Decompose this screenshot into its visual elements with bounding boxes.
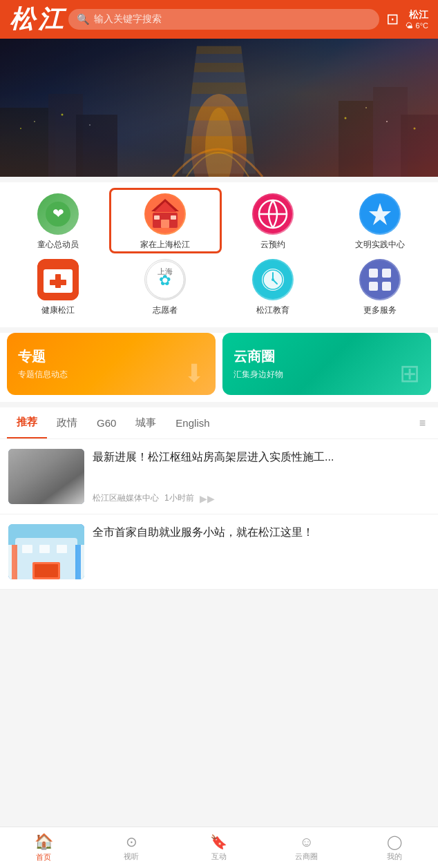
nav-item-media[interactable]: ⊙ 视听	[88, 827, 175, 868]
jia-svg	[144, 193, 186, 235]
news-list: 最新进展！松江枢纽站房高架层进入实质性施工... 松江区融媒体中心 1小时前 ▶…	[0, 439, 438, 590]
svg-rect-51	[8, 490, 84, 492]
banner-svg	[0, 39, 438, 177]
svg-rect-52	[36, 463, 40, 504]
nav-icon-media: ⊙	[126, 833, 137, 850]
feature-card-yunshangquan[interactable]: 云商圈 汇集身边好物 ⊞	[222, 333, 431, 395]
svg-rect-62	[39, 545, 50, 553]
service-label-yunyue: 云预约	[260, 239, 285, 251]
feature-card-yunshangquan-title: 云商圈	[234, 347, 420, 366]
svg-point-42	[361, 260, 399, 299]
feature-card-zhuanti[interactable]: 专题 专题信息动态 ⬇	[7, 333, 216, 395]
news-item-2[interactable]: 全市首家自助就业服务小站，就在松江这里！	[0, 514, 438, 590]
svg-rect-20	[153, 213, 178, 228]
wenming-svg	[359, 193, 401, 235]
service-item-more[interactable]: 更多服务	[330, 259, 432, 316]
svg-rect-34	[50, 280, 66, 285]
svg-rect-48	[8, 476, 84, 504]
service-label-zhiyuan: 志愿者	[153, 305, 178, 316]
service-item-jiaoyu[interactable]: 松江教育	[222, 259, 324, 316]
service-item-wenming[interactable]: 文明实践中心	[330, 193, 432, 251]
tab-g60[interactable]: G60	[87, 409, 126, 437]
news-source-1: 松江区融媒体中心	[93, 492, 159, 504]
nav-item-mine[interactable]: ◯ 我的	[350, 827, 438, 868]
nav-label-commerce: 云商圈	[295, 851, 318, 862]
service-label-wenming: 文明实践中心	[355, 239, 405, 251]
feature-cards-section: 专题 专题信息动态 ⬇ 云商圈 汇集身边好物 ⊞	[0, 333, 438, 402]
news-thumb-2	[8, 524, 84, 579]
service-item-zhiyuan[interactable]: ✿ 上海 志愿者	[115, 259, 217, 316]
svg-rect-63	[57, 545, 67, 553]
tab-chengshi[interactable]: 城事	[126, 408, 166, 438]
svg-rect-24	[154, 215, 160, 220]
search-icon: 🔍	[77, 13, 90, 26]
nav-label-interact: 互动	[211, 851, 227, 862]
svg-rect-8	[401, 115, 438, 177]
search-placeholder-text: 输入关键字搜索	[94, 13, 162, 26]
svg-marker-22	[154, 202, 176, 212]
feature-card-zhuanti-subtitle: 专题信息动态	[18, 369, 204, 380]
svg-rect-50	[8, 483, 84, 488]
service-label-tongxin: 童心总动员	[37, 239, 79, 251]
tab-zhengqing[interactable]: 政情	[47, 408, 87, 438]
svg-rect-61	[22, 545, 32, 553]
service-item-yunyue[interactable]: 云预约	[222, 193, 324, 251]
news-item-1[interactable]: 最新进展！松江枢纽站房高架层进入实质性施工... 松江区融媒体中心 1小时前 ▶…	[0, 439, 438, 514]
nav-icon-interact: 🔖	[210, 833, 227, 850]
feature-card-zhuanti-title: 专题	[18, 347, 204, 366]
svg-point-15	[386, 121, 388, 122]
svg-point-16	[414, 128, 416, 130]
app-logo: 松 江	[10, 3, 61, 37]
svg-point-10	[34, 121, 35, 122]
news-play-icon-1: ▶▶	[200, 493, 215, 504]
nav-icon-commerce: ☺	[300, 834, 314, 850]
services-grid: ❤ 童心总动员	[7, 193, 431, 316]
svg-rect-67	[75, 545, 81, 579]
news-title-1: 最新进展！松江枢纽站房高架层进入实质性施工...	[93, 449, 430, 465]
more-svg	[359, 259, 401, 300]
nav-label-home: 首页	[36, 852, 51, 862]
svg-rect-57	[8, 449, 84, 504]
svg-rect-47	[8, 449, 84, 504]
svg-point-41	[272, 278, 274, 281]
service-item-jiankang[interactable]: 健康松江	[7, 259, 109, 316]
news-thumb-1	[8, 449, 84, 504]
city-name: 松江	[406, 8, 428, 21]
service-label-jiankang: 健康松江	[41, 305, 75, 316]
search-bar[interactable]: 🔍 输入关键字搜索	[68, 9, 379, 30]
news-content-2: 全市首家自助就业服务小站，就在松江这里！	[93, 524, 430, 579]
tab-english[interactable]: English	[166, 409, 219, 437]
news-img-1-svg	[8, 449, 84, 504]
service-item-jia[interactable]: 家在上海松江	[115, 193, 217, 251]
svg-marker-21	[151, 199, 179, 211]
yunyue-svg	[252, 193, 294, 235]
service-label-jiaoyu: 松江教育	[256, 305, 289, 316]
svg-rect-49	[22, 470, 70, 490]
zhiyuan-svg: ✿ 上海	[145, 259, 185, 300]
feature-card-yunshangquan-subtitle: 汇集身边好物	[234, 369, 420, 380]
svg-rect-25	[171, 215, 176, 220]
tab-tuijian[interactable]: 推荐	[7, 407, 47, 438]
weather-icon: 🌤	[406, 21, 413, 30]
bottom-navigation: 🏠 首页 ⊙ 视听 🔖 互动 ☺ 云商圈 ◯ 我的	[0, 827, 438, 868]
jiaoyu-svg	[252, 259, 294, 300]
scan-icon[interactable]: ⊡	[386, 10, 399, 28]
service-item-tongxin[interactable]: ❤ 童心总动员	[7, 193, 109, 251]
tongxin-svg: ❤	[44, 200, 72, 228]
service-icon-jia	[144, 193, 186, 235]
svg-point-12	[89, 124, 91, 126]
tab-menu-icon[interactable]: ≡	[414, 409, 431, 438]
svg-point-13	[345, 117, 347, 119]
news-time-1: 1小时前	[164, 492, 194, 504]
nav-label-media: 视听	[124, 851, 139, 862]
news-meta-1: 松江区融媒体中心 1小时前 ▶▶	[93, 492, 430, 504]
news-img-2-svg	[8, 524, 84, 579]
hero-banner[interactable]	[0, 39, 438, 177]
svg-rect-43	[369, 269, 378, 278]
service-label-more: 更多服务	[363, 305, 397, 316]
nav-item-commerce[interactable]: ☺ 云商圈	[263, 827, 350, 868]
nav-item-home[interactable]: 🏠 首页	[0, 827, 88, 868]
nav-item-interact[interactable]: 🔖 互动	[175, 827, 263, 868]
service-icon-yunyue	[252, 193, 294, 235]
service-label-jia: 家在上海松江	[140, 239, 190, 251]
